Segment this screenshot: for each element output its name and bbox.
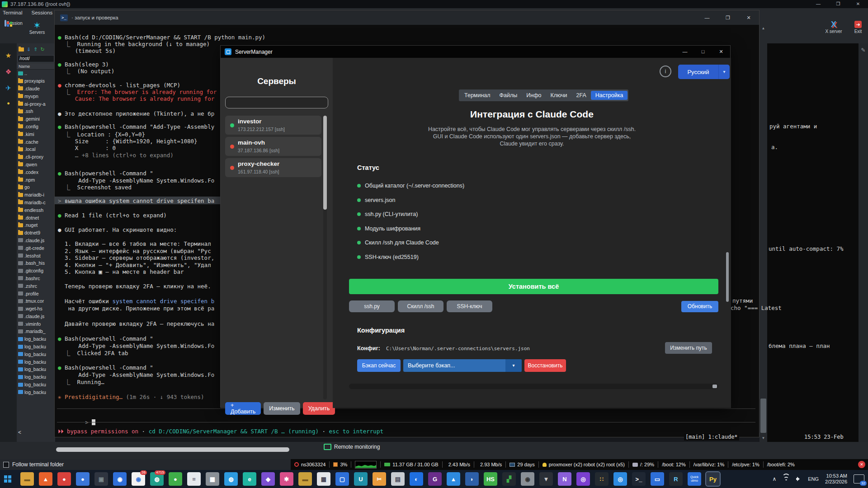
- taskbar-icon-n-app[interactable]: N: [558, 472, 571, 486]
- file-item[interactable]: log_backu: [17, 343, 55, 351]
- terminal-tab[interactable]: · запуск и проверка: [71, 15, 118, 20]
- taskbar-icon-blue-disc[interactable]: ◍: [224, 472, 238, 486]
- server-card-investor[interactable]: investor173.212.212.157 [ssh]: [225, 116, 321, 135]
- wifi-icon[interactable]: [783, 476, 790, 482]
- file-item[interactable]: myvpn: [17, 92, 55, 100]
- sidebar-button-gray[interactable]: Изменить: [264, 402, 300, 415]
- taskbar-icon-powershell[interactable]: >_: [632, 472, 646, 486]
- tab-Ключи[interactable]: Ключи: [546, 91, 571, 100]
- close-icon[interactable]: ✕: [848, 0, 868, 8]
- file-item[interactable]: .dotnet: [17, 214, 55, 221]
- sidebar-button-blue[interactable]: + Добавить: [225, 402, 261, 415]
- taskbar-icon-red-app[interactable]: ●: [57, 472, 71, 486]
- file-item[interactable]: dotnet9: [17, 229, 55, 237]
- taskbar-icon-calculator[interactable]: ▦: [317, 472, 330, 486]
- taskbar-icon-notepad[interactable]: ≡: [187, 472, 201, 486]
- file-item[interactable]: log_backu: [17, 350, 55, 358]
- horizontal-scrollbar[interactable]: [56, 447, 289, 452]
- pencil-icon[interactable]: ✎: [859, 47, 868, 53]
- server-card-proxy-checker[interactable]: proxy-checker161.97.118.40 [ssh]: [225, 158, 321, 177]
- change-path-button[interactable]: Изменить путь: [665, 342, 712, 354]
- speaker-icon[interactable]: [796, 476, 802, 482]
- remote-monitoring-toggle[interactable]: Remote monitoring: [324, 444, 380, 450]
- refresh-button[interactable]: Обновить: [681, 301, 718, 312]
- yellow-dot-icon[interactable]: ●: [0, 100, 17, 106]
- taskbar-icon-folder2[interactable]: ▬: [298, 472, 312, 486]
- pink-tool-icon[interactable]: ❖: [0, 68, 17, 76]
- file-item[interactable]: log_backu: [17, 335, 55, 343]
- file-item[interactable]: .cli-proxy: [17, 153, 55, 161]
- file-item[interactable]: .kimi: [17, 130, 55, 138]
- file-item[interactable]: .viminfo: [17, 320, 55, 328]
- sm-close-icon[interactable]: ✕: [712, 46, 730, 58]
- terminal-minimize-icon[interactable]: —: [697, 10, 717, 25]
- main-scrollbar-thumb[interactable]: [726, 252, 729, 302]
- notification-icon[interactable]: 32: [854, 474, 864, 483]
- taskbar-icon-camera[interactable]: ◉: [521, 472, 534, 486]
- restore-button[interactable]: Восстановить: [524, 359, 566, 372]
- component-button[interactable]: SSH-ключ: [447, 300, 492, 312]
- file-item[interactable]: .qwen: [17, 161, 55, 169]
- file-item[interactable]: log_backu: [17, 388, 55, 396]
- start-button[interactable]: [0, 470, 15, 488]
- sidebar-scroll-left[interactable]: <: [18, 429, 21, 436]
- taskbar-icon-swirl[interactable]: ◐: [410, 472, 423, 486]
- taskbar-icon-r-studio[interactable]: R: [669, 472, 683, 486]
- send-icon[interactable]: ✈: [0, 84, 17, 92]
- scrollbar-thumb[interactable]: [760, 399, 766, 433]
- file-item[interactable]: log_backu: [17, 373, 55, 381]
- file-item[interactable]: .tmux.cor: [17, 297, 55, 305]
- file-item[interactable]: mariadb-c: [17, 199, 55, 206]
- menu-sessions[interactable]: Sessions: [31, 10, 52, 15]
- minimize-icon[interactable]: —: [808, 0, 828, 8]
- favorites-star-icon[interactable]: ★: [0, 52, 17, 60]
- exit-button[interactable]: ➜ Exit: [849, 20, 867, 34]
- component-button[interactable]: Скилл /ssh: [398, 300, 443, 312]
- taskbar-icon-blue-window[interactable]: ▢: [335, 472, 349, 486]
- taskbar-icon-compass[interactable]: ◉: [113, 472, 127, 486]
- file-item[interactable]: .cache: [17, 138, 55, 145]
- taskbar-icon-g-app[interactable]: G: [428, 472, 442, 486]
- file-item[interactable]: .nuget: [17, 221, 55, 229]
- taskbar-icon-teal-app[interactable]: ◍4715: [150, 472, 164, 486]
- file-item[interactable]: .claude.js: [17, 313, 55, 320]
- servers-button[interactable]: ✶ Servers: [25, 21, 49, 35]
- download-icon[interactable]: ⇓: [27, 47, 31, 52]
- file-item[interactable]: .claude.js: [17, 237, 55, 244]
- file-item[interactable]: .zshrc: [17, 282, 55, 290]
- file-item[interactable]: mariadb-i: [17, 191, 55, 199]
- file-item[interactable]: .config: [17, 123, 55, 131]
- taskbar-icon-chrome[interactable]: ◉26: [132, 472, 145, 486]
- tab-Настройка[interactable]: Настройка: [591, 91, 628, 100]
- files-column-header[interactable]: Name: [17, 63, 55, 70]
- taskbar-icon-python-active[interactable]: Py: [706, 472, 720, 486]
- session-button[interactable]: Session: [2, 21, 25, 26]
- scroll-down-icon[interactable]: ▼: [760, 436, 767, 440]
- terminal-close-icon[interactable]: ✕: [738, 10, 759, 25]
- taskbar-icon-hs[interactable]: HS: [484, 472, 497, 486]
- file-item[interactable]: .gitconfig: [17, 267, 55, 275]
- log-scroll-thumb[interactable]: [712, 385, 717, 388]
- backup-now-button[interactable]: Бэкап сейчас: [357, 359, 401, 372]
- install-all-button[interactable]: Установить всё: [349, 279, 718, 294]
- refresh-icon[interactable]: ↻: [40, 47, 44, 52]
- taskbar-icon-gray-app[interactable]: ▦: [206, 472, 219, 486]
- upload-icon[interactable]: ⇑: [33, 47, 38, 52]
- file-item[interactable]: .git-crede: [17, 244, 55, 252]
- file-item[interactable]: ..: [17, 70, 55, 77]
- file-item[interactable]: .bash_his: [17, 259, 55, 267]
- file-item[interactable]: log_backu: [17, 381, 55, 389]
- file-item[interactable]: .profile: [17, 290, 55, 297]
- statusbar-close-icon[interactable]: ✕: [858, 461, 865, 468]
- taskbar-icon-quick-utmo[interactable]: Quick utmo: [688, 472, 701, 486]
- path-input[interactable]: /root/: [18, 55, 54, 62]
- scroll-up-icon[interactable]: ▲: [760, 26, 767, 30]
- taskbar-icon-purple-app[interactable]: ◆: [261, 472, 275, 486]
- folder-up-icon[interactable]: [19, 47, 24, 52]
- taskbar-icon-pink-app[interactable]: ✱: [280, 472, 293, 486]
- taskbar-icon-grid-app[interactable]: ∷: [595, 472, 609, 486]
- file-item[interactable]: .claude: [17, 85, 55, 93]
- sidebar-button-red[interactable]: Удалить: [303, 402, 335, 415]
- file-item[interactable]: go: [17, 183, 55, 191]
- taskbar-clock[interactable]: 10:53 AM2/23/2026: [825, 473, 847, 485]
